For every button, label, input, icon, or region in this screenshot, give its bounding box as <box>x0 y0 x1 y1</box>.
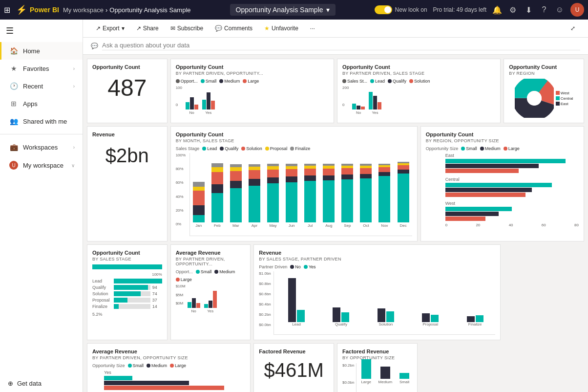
comments-button[interactable]: 💬 Comments <box>210 22 257 34</box>
stage-footer: 5.2% <box>92 312 162 317</box>
notifications-icon[interactable]: 🔔 <box>492 5 502 15</box>
pie-chart <box>515 79 554 118</box>
legend: Sales Stage Lead Qualify Solution Propos… <box>176 146 412 151</box>
get-data-icon: ⊕ <box>8 380 13 387</box>
ss-row-qualify: Qualify 94 <box>92 285 162 290</box>
legend: Opportunity Size Small Medium Large <box>92 363 245 368</box>
ss-row-proposal: Proposal 37 <box>92 298 162 303</box>
card-title: Average Revenue <box>92 348 245 354</box>
sidebar-footer-get-data[interactable]: ⊕ Get data <box>0 375 83 392</box>
sidebar-divider <box>0 134 83 134</box>
big-number-value: 487 <box>92 71 162 105</box>
new-look-pill[interactable] <box>375 5 392 14</box>
dashboard-grid: Opportunity Count 487 Opportunity Count … <box>83 55 588 392</box>
avatar[interactable]: U <box>570 3 584 17</box>
grid-icon[interactable]: ⊞ <box>4 5 10 15</box>
top-nav: ⊞ ⚡ Power BI My workspace › Opportunity … <box>0 0 588 20</box>
y-axis: 100% 80% 60% 40% 20% 0% <box>176 153 186 226</box>
qa-icon: 💬 <box>91 43 98 49</box>
share-icon: 👥 <box>9 117 18 125</box>
sidebar-item-my-workspace[interactable]: U My workspace ∨ <box>0 156 83 174</box>
comment-icon: 💬 <box>215 25 222 32</box>
card-opportunity-count: Opportunity Count 487 <box>87 59 168 123</box>
person-icon: U <box>9 161 18 170</box>
settings-icon[interactable]: ⚙ <box>508 5 518 15</box>
help-icon[interactable]: ? <box>539 5 549 15</box>
brand-logo: ⚡ Power BI <box>16 4 59 15</box>
card-factored-revenue: Factored Revenue $461M <box>253 343 334 392</box>
card-opp-by-region-size: Opportunity Count BY REGION, OPPORTUNITY… <box>420 126 584 241</box>
chevron-down-icon: ▾ <box>122 25 125 32</box>
download-icon[interactable]: ⬇ <box>524 5 533 15</box>
chevron-right-icon: › <box>73 66 75 71</box>
sidebar-header: ☰ <box>0 20 83 42</box>
chevron-right-icon: › <box>73 145 75 150</box>
chevron-right-icon: › <box>73 84 75 89</box>
card-subtitle: BY MONTH, SALES STAGE <box>176 138 412 143</box>
card-subtitle: BY SALES STAGE, PARTNER DRIVEN <box>259 257 495 261</box>
legend: Opportunity Size Small Medium Large <box>426 146 579 151</box>
feedback-icon[interactable]: ☺ <box>555 5 565 15</box>
unfavorite-button[interactable]: ★ Unfavorite <box>259 22 303 34</box>
more-button[interactable]: ··· <box>305 22 320 34</box>
legend: Opport... Small Medium Large <box>176 79 329 84</box>
card-opp-by-sales-stage: Opportunity Count BY PARTNER DRIVEN, SAL… <box>337 59 501 123</box>
sidebar-item-workspaces[interactable]: 💼 Workspaces › <box>0 138 83 156</box>
sidebar-item-favorites[interactable]: ★ Favorites › <box>0 60 83 77</box>
card-subtitle: BY OPPORTUNITY SIZE <box>342 355 412 360</box>
nav-right: New look on Pro trial: 49 days left 🔔 ⚙ … <box>375 3 584 17</box>
big-number-revenue: $2bn <box>92 138 162 173</box>
card-subtitle: BY SALES STAGE <box>92 257 162 261</box>
star-icon: ★ <box>9 65 18 72</box>
sales-stage-bars: Lead Qualify 94 Solution 74 Proposa <box>92 279 162 309</box>
card-subtitle: BY PARTNER DRIVEN, OPPORTUNITY SIZE <box>92 355 245 360</box>
card-subtitle: BY REGION <box>509 71 579 76</box>
ss-row-lead: Lead <box>92 279 162 283</box>
card-revenue-by-stage: Revenue BY SALES STAGE, PARTNER DRIVEN P… <box>253 244 501 340</box>
clock-icon: 🕐 <box>9 82 18 90</box>
report-title-dropdown[interactable]: Opportunity Analysis Sample ▾ <box>230 4 336 16</box>
card-avg-rev-by-size: Average Revenue BY PARTNER DRIVEN, OPPOR… <box>87 343 251 392</box>
sidebar-item-shared[interactable]: 👥 Shared with me <box>0 112 83 130</box>
svg-point-3 <box>527 91 542 106</box>
hamburger-icon[interactable]: ☰ <box>4 23 16 38</box>
star-filled-icon: ★ <box>264 25 270 32</box>
card-title: Opportunity Count <box>342 64 495 70</box>
card-title: Opportunity Count <box>176 131 412 137</box>
monthly-chart: 100% 80% 60% 40% 20% 0% <box>176 153 412 236</box>
expand-icon: ⤢ <box>570 25 575 32</box>
workspace-icon: 💼 <box>9 143 18 151</box>
card-opp-by-partner: Opportunity Count BY PARTNER DRIVEN, OPP… <box>170 59 334 123</box>
card-title: Opportunity Count <box>92 250 162 256</box>
expand-button[interactable]: ⤢ <box>566 22 580 34</box>
new-look-toggle: New look on <box>375 5 427 14</box>
qa-input[interactable] <box>102 42 580 50</box>
export-button[interactable]: ↗ Export ▾ <box>91 22 129 34</box>
share-button[interactable]: ↗ Share <box>131 22 164 34</box>
ss-row-solution: Solution 74 <box>92 291 162 296</box>
qa-bar: 💬 <box>83 38 588 55</box>
legend: Opport... Small Medium Large <box>176 269 246 282</box>
card-title: Opportunity Count <box>426 131 579 137</box>
sidebar-item-recent[interactable]: 🕐 Recent › <box>0 77 83 95</box>
toolbar: ↗ Export ▾ ↗ Share ✉ Subscribe 💬 Comment… <box>83 20 588 38</box>
factored-revenue-value: $461M <box>259 355 329 385</box>
app-layout: ☰ 🏠 Home ★ Favorites › 🕐 Recent › ⊞ Apps… <box>0 20 588 392</box>
card-avg-revenue: Average Revenue BY PARTNER DRIVEN, OPPOR… <box>170 244 251 340</box>
sidebar-item-apps[interactable]: ⊞ Apps <box>0 95 83 112</box>
legend: Sales St... Lead Qualify Solution <box>342 79 495 84</box>
card-opp-by-region: Opportunity Count BY REGION West <box>504 59 584 123</box>
card-subtitle: BY PARTNER DRIVEN, OPPORTUNITY... <box>176 257 246 266</box>
chevron-down-icon: ∨ <box>71 163 75 168</box>
card-subtitle: BY PARTNER DRIVEN, SALES STAGE <box>342 71 495 76</box>
export-icon: ↗ <box>96 25 101 32</box>
breadcrumb: My workspace › Opportunity Analysis Samp… <box>63 6 191 14</box>
card-title: Factored Revenue <box>342 348 412 354</box>
card-factored-by-size: Factored Revenue BY OPPORTUNITY SIZE $0.… <box>337 343 418 392</box>
sidebar-item-home[interactable]: 🏠 Home <box>0 42 83 60</box>
subscribe-button[interactable]: ✉ Subscribe <box>166 22 208 34</box>
card-revenue: Revenue $2bn <box>87 126 168 241</box>
home-icon: 🏠 <box>9 47 18 55</box>
card-opp-by-month: Opportunity Count BY MONTH, SALES STAGE … <box>170 126 418 241</box>
card-subtitle: BY REGION, OPPORTUNITY SIZE <box>426 138 579 143</box>
